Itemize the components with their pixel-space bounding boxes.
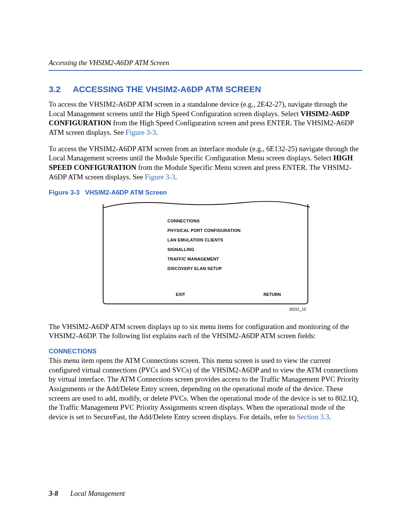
screen-menu: CONNECTIONS PHYSICAL PORT CONFIGURATION … bbox=[104, 219, 307, 271]
figure-caption: Figure 3-3 VHSIM2-A6DP ATM Screen bbox=[49, 189, 362, 197]
figure-link-1[interactable]: Figure 3-3 bbox=[126, 128, 156, 136]
section-link[interactable]: Section 3.3 bbox=[297, 413, 330, 421]
paragraph-1: To access the VHSIM2-A6DP ATM screen in … bbox=[49, 100, 362, 137]
screen-box: CONNECTIONS PHYSICAL PORT CONFIGURATION … bbox=[103, 204, 308, 304]
running-header: Accessing the VHSIM2-A6DP ATM Screen bbox=[49, 59, 362, 71]
page-footer: 3-8Local Management bbox=[49, 490, 125, 498]
connections-heading: CONNECTIONS bbox=[49, 348, 362, 355]
figure-id: 28251_10 bbox=[103, 307, 308, 312]
menu-item-connections: CONNECTIONS bbox=[167, 219, 307, 223]
screen-top-edge-icon bbox=[103, 199, 310, 209]
figure-caption-title: VHSIM2-A6DP ATM Screen bbox=[85, 189, 167, 196]
screen-bottom-row: EXIT RETURN bbox=[104, 292, 307, 297]
connections-body-b: . bbox=[329, 413, 331, 421]
figure-screen: CONNECTIONS PHYSICAL PORT CONFIGURATION … bbox=[49, 204, 362, 312]
menu-item-signalling: SIGNALLING bbox=[167, 247, 307, 252]
section-number: 3.2 bbox=[49, 85, 61, 94]
paragraph-2-part-a: To access the VHSIM2-A6DP ATM screen fro… bbox=[49, 145, 358, 162]
section-title: ACCESSING THE VHSIM2-A6DP ATM SCREEN bbox=[73, 85, 261, 94]
paragraph-2: To access the VHSIM2-A6DP ATM screen fro… bbox=[49, 144, 362, 182]
screen-exit-label: EXIT bbox=[176, 292, 185, 297]
connections-paragraph: This menu item opens the ATM Connections… bbox=[49, 356, 362, 422]
paragraph-1-part-c: . bbox=[156, 128, 158, 136]
menu-item-lan-emulation: LAN EMULATION CLIENTS bbox=[167, 238, 307, 242]
page-number: 3-8 bbox=[49, 490, 58, 497]
screen-return-label: RETURN bbox=[263, 292, 281, 297]
paragraph-3: The VHSIM2-A6DP ATM screen displays up t… bbox=[49, 322, 362, 341]
menu-item-physical-port: PHYSICAL PORT CONFIGURATION bbox=[167, 228, 307, 233]
menu-item-discovery-elan: DISCOVERY ELAN SETUP bbox=[167, 266, 307, 271]
connections-body-a: This menu item opens the ATM Connections… bbox=[49, 356, 359, 421]
footer-doc-title: Local Management bbox=[70, 490, 125, 497]
figure-link-2[interactable]: Figure 3-3 bbox=[145, 173, 175, 181]
menu-item-traffic-management: TRAFFIC MANAGEMENT bbox=[167, 257, 307, 261]
paragraph-2-part-c: . bbox=[175, 173, 177, 181]
figure-caption-label: Figure 3-3 bbox=[49, 189, 80, 196]
section-heading: 3.2ACCESSING THE VHSIM2-A6DP ATM SCREEN bbox=[49, 85, 362, 94]
